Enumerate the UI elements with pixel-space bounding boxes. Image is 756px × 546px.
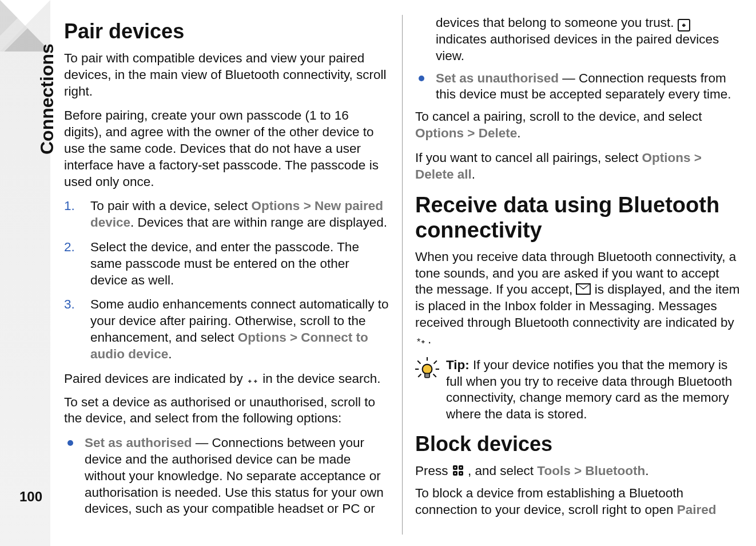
menu-key-icon (452, 465, 464, 477)
chevron-right-icon: > (574, 464, 582, 478)
menu-options: Options (642, 151, 690, 165)
chevron-right-icon: > (467, 126, 475, 140)
receive-data-paragraph: When you receive data through Bluetooth … (415, 249, 740, 349)
step-number: 2. (64, 239, 80, 288)
bluetooth-pair-icon: ᛭᛭ (246, 376, 259, 389)
svg-line-2 (434, 361, 437, 363)
cancel-all-pairings-paragraph: If you want to cancel all pairings, sele… (415, 150, 740, 183)
authorisation-intro-paragraph: To set a device as authorised or unautho… (64, 394, 389, 428)
svg-line-1 (417, 361, 420, 363)
section-side-tab: Connections (14, 11, 42, 298)
cancel-pairing-paragraph: To cancel a pairing, scroll to the devic… (415, 109, 740, 142)
svg-point-15 (454, 473, 456, 474)
menu-options: Options (415, 126, 464, 140)
heading-pair-devices: Pair devices (64, 18, 389, 45)
pairing-steps-list: 1. To pair with a device, select Options… (64, 198, 389, 362)
svg-point-13 (454, 467, 456, 469)
pairing-step-3: 3. Some audio enhancements connect autom… (64, 296, 389, 362)
authorised-device-icon: ᛭ (678, 19, 690, 31)
heading-receive-data: Receive data using Bluetooth connectivit… (415, 193, 740, 243)
chevron-right-icon: > (304, 199, 311, 213)
pairing-step-2: 2. Select the device, and enter the pass… (64, 239, 389, 288)
chevron-right-icon: > (694, 151, 702, 165)
step-number: 3. (64, 296, 80, 362)
pairing-step-1: 1. To pair with a device, select Options… (64, 198, 389, 231)
heading-block-devices: Block devices (415, 431, 740, 457)
step-number: 1. (64, 198, 80, 231)
svg-point-14 (460, 467, 461, 469)
section-side-tab-label: Connections (37, 43, 58, 155)
menu-options: Options (251, 199, 300, 213)
step-text: To pair with a device, select Options > … (90, 198, 389, 231)
envelope-icon (576, 283, 591, 295)
set-as-unauthorised-item: Set as unauthorised — Connection request… (415, 70, 740, 104)
menu-delete-all: Delete all (415, 167, 472, 181)
block-press-paragraph: Press , and select Tools > Bluetooth. (415, 463, 740, 480)
bluetooth-message-icon: *᛭ (415, 337, 428, 349)
menu-set-as-authorised: Set as authorised (85, 436, 192, 450)
tip-callout: Tip: If your device notifies you that th… (415, 357, 740, 423)
page-content: Pair devices To pair with compatible dev… (64, 15, 740, 535)
block-device-paragraph: To block a device from establishing a Bl… (415, 485, 740, 519)
step-text: Some audio enhancements connect automati… (90, 296, 389, 362)
svg-point-7 (423, 364, 432, 374)
menu-options: Options (238, 330, 287, 345)
page-number: 100 (19, 489, 42, 505)
svg-line-6 (433, 374, 436, 377)
tip-text: Tip: If your device notifies you that th… (446, 357, 740, 423)
step-text: Select the device, and enter the passcod… (90, 239, 389, 288)
menu-tools: Tools (537, 464, 570, 478)
menu-bluetooth: Bluetooth (585, 464, 645, 478)
pair-intro-paragraph: To pair with compatible devices and view… (64, 50, 389, 100)
menu-delete: Delete (479, 126, 518, 140)
before-pairing-paragraph: Before pairing, create your own passcode… (64, 108, 389, 190)
lightbulb-tip-icon (415, 357, 439, 381)
svg-rect-8 (425, 373, 429, 377)
svg-point-16 (460, 473, 461, 474)
tip-label: Tip: (446, 358, 473, 372)
menu-set-as-unauthorised: Set as unauthorised (436, 71, 559, 85)
paired-indicator-paragraph: Paired devices are indicated by ᛭᛭ in th… (64, 371, 389, 389)
chevron-right-icon: > (290, 330, 297, 345)
menu-paired: Paired (677, 503, 717, 517)
svg-line-5 (418, 374, 421, 377)
